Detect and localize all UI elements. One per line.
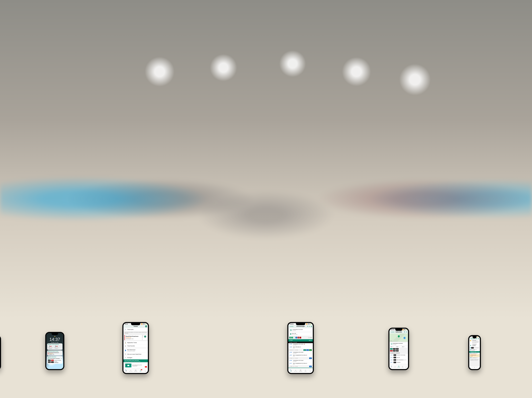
departure-row[interactable]: 12:2013Sülzgürtel›: [389, 361, 408, 364]
star-icon[interactable]: ☆: [478, 338, 479, 339]
user-name: Max Mustermann: [127, 349, 135, 350]
mode-stop-icon[interactable]: H: [293, 337, 295, 339]
tab-suche[interactable]: 🔍Suche: [288, 368, 293, 373]
fav-ticket-icon[interactable]: 1★: [54, 345, 59, 348]
tab-mehr[interactable]: ⋯Mehr: [404, 364, 408, 369]
widget-title: MEINE ABFAHRTEN: [48, 357, 62, 357]
chevron-right-icon: ›: [311, 363, 312, 364]
line-badge[interactable]: 124: [393, 350, 396, 352]
row-abgelaufene[interactable]: ⌛ Abgelaufene Tickets ›: [123, 341, 148, 344]
trip-row[interactable]: 12:25Bonn Hbf (Gleis 4)›Bonn: [288, 346, 313, 349]
warning-box[interactable]: 📣 Wichtige InformationKeine aktuelle Pro…: [470, 354, 479, 357]
row-ticket-kaufen[interactable]: 🛒 Ticket kaufen ›: [123, 328, 148, 331]
tab-suche[interactable]: 🔍Suche: [123, 368, 128, 373]
back-button[interactable]: ‹ zurück: [390, 331, 394, 333]
tab-mehr[interactable]: ⋯Mehr: [143, 368, 148, 373]
now-button[interactable]: ◉ jetzt: [309, 340, 312, 341]
hint-text: Ticket nach links schieben, um es erneut…: [123, 331, 148, 334]
tab-suche[interactable]: 🔍Suche: [389, 364, 393, 369]
tab-haltestellen[interactable]: ⒽHaltestellen: [298, 368, 303, 373]
star-icon[interactable]: ☆: [309, 326, 310, 327]
tab-mehr[interactable]: ⋯: [478, 366, 480, 369]
search-icon: 🔍: [125, 369, 127, 371]
tab-tickets[interactable]: ◇Tickets: [303, 368, 308, 373]
tab-suche[interactable]: 🔍: [469, 366, 471, 369]
stop-icon: Ⓗ: [135, 369, 136, 371]
trip-meta: ⏱ 1:08 h ⇄ 0 🚶 0 min■: [288, 365, 313, 368]
from-field[interactable]: ▶ Amsterdamer Str./GürtelKöln-Riehl ›: [289, 328, 312, 332]
via-button[interactable]: Via: [402, 346, 407, 348]
trip-row[interactable]: 11:39Amsterdamer Str./Gürtel📣›Köln-Riehl: [288, 343, 313, 346]
tab-tickets[interactable]: ◇1Tickets: [138, 368, 143, 373]
trip-from: ◉ Amsterdamer Str./GürtelKöln-Riehl: [469, 344, 480, 347]
ticket-icon: 🎫: [470, 340, 471, 342]
mode-ubahn-icon[interactable]: U: [390, 348, 393, 350]
row-favoriten[interactable]: ★ Ticket-Favoriten ›: [123, 344, 148, 348]
status-icons: 📶LTE🔋: [141, 323, 146, 325]
tab-jetzt[interactable]: ⌖Jetzt & Hier: [293, 368, 298, 373]
earlier-button[interactable]: ▴ früher: [289, 340, 293, 341]
trip-interchange: 11:58 Köln / Hbf (U) Köln-Innenstadt: [469, 349, 480, 351]
line-badge[interactable]: 140: [396, 350, 399, 352]
stop-icon: [48, 358, 50, 359]
tab-tickets[interactable]: ◇Tickets: [401, 364, 404, 369]
tab-haltestellen[interactable]: Ⓗ: [474, 366, 476, 369]
trip-segment[interactable]: 11:56 16 Niehl Sebastianstr.: [469, 347, 480, 349]
row-info[interactable]: ⓘ Infos zum neuen HandyTicket ›: [123, 353, 148, 356]
date-bar: Montag, 17.02.2020: [288, 342, 313, 343]
youtube-icon[interactable]: [145, 366, 147, 367]
tab-haltestellen[interactable]: ⒽHaltestellen: [397, 364, 401, 369]
refresh-icon[interactable]: ↻: [307, 326, 308, 327]
departure-row[interactable]: 12:2013Niehl Sebastianstr. (18:19)›: [389, 359, 408, 361]
ziel-button[interactable]: Ziel: [396, 346, 402, 348]
fav-ticket-icon[interactable]: 1★: [48, 345, 53, 348]
refresh-icon[interactable]: ↻: [61, 358, 62, 359]
refresh-icon[interactable]: ↻: [476, 338, 477, 339]
mode-tram-icon[interactable]: 🚋: [289, 337, 291, 338]
trip-row[interactable]: 12:09Amsterdamer Str./Gürtel›Köln-Riehl: [288, 360, 313, 362]
tab-haltestellen[interactable]: ⒽHaltestellen: [133, 368, 138, 373]
row-ticket-kaufen[interactable]: 🎫 Ticket kaufenPreisstufe 5 (VRS-Tarif, …: [469, 340, 480, 344]
widget-ticket-favoriten[interactable]: MEINE TICKET-FAVORITEN 1★ Einzel_ohneK P…: [47, 343, 63, 350]
phone-details: 12:18📶 🔋 ‹ zurück Details ↻☆ 🎫 Ticket ka…: [468, 335, 481, 370]
refresh-icon[interactable]: ↻: [404, 331, 405, 333]
mode-bus-icon[interactable]: 🚌: [390, 350, 393, 352]
widget-abfahrten[interactable]: MEINE ABFAHRTEN Amsterdamer Str./Gürtel …: [47, 356, 63, 364]
trip-row[interactable]: 13:17Bonn Hauptbahnhof (U) (Gleis 2)›Bon…: [288, 362, 313, 365]
line-badge: 16: [471, 347, 474, 348]
mode-filter[interactable]: 🚋 S H U 🚌 📞 🚶 normal: [288, 336, 313, 339]
to-field[interactable]: H Bonn HbfBonn-Innenstadt ›: [289, 332, 312, 336]
map[interactable]: Karten: [389, 334, 408, 342]
ticket-icon[interactable]: ▮: [311, 326, 312, 327]
departure-row[interactable]: 12:1813Holweide Vischeringstr.›: [389, 354, 408, 356]
mode-ubahn-icon[interactable]: U: [296, 337, 297, 338]
tab-jetzt[interactable]: ⌖: [471, 366, 474, 369]
mode-bus-icon[interactable]: 🚌: [298, 337, 299, 338]
departure-row[interactable]: 12:1916Sürth Bf›: [389, 356, 408, 359]
row-user[interactable]: 👤 Max Mustermann Kundenkonto verwalten ›: [123, 348, 148, 353]
video-link[interactable]: Wie funktioniert das VRS-HandyTicket?: [125, 363, 147, 368]
back-button[interactable]: ‹ zurück: [289, 326, 293, 327]
widget-aktuelles-ticket[interactable]: MEIN AKTUELLES TICKET EinzelTicket Erwac…: [47, 350, 63, 355]
star-icon[interactable]: ☆: [406, 331, 407, 333]
trip-row[interactable]: 12:09Amsterdamer Str./Gürtel›Köln-Riehl: [288, 351, 313, 354]
trip-meta: ⏱ 46 min ⇄ 1 🚶 0 min■■■: [288, 349, 313, 351]
tab-tickets[interactable]: ◇: [476, 366, 478, 369]
ticket-card[interactable]: EinzelTicket Erwachsene Preisstufe 2b St…: [125, 335, 147, 340]
tab-jetzt[interactable]: ⌖Jetzt & Hier: [393, 364, 397, 369]
tab-jetzt[interactable]: ⌖Jetzt & Hier: [128, 368, 133, 373]
walk-speed[interactable]: 🚶 normal: [308, 337, 312, 338]
footpath: 🚶 Fußweg (ca. 2 min): [469, 351, 480, 353]
line-badge[interactable]: 13: [393, 348, 396, 350]
tab-mehr[interactable]: ⋯Mehr: [308, 368, 313, 373]
map-attribution: Karten: [390, 341, 392, 341]
mode-callbus-icon[interactable]: 📞: [299, 337, 301, 338]
mode-sbahn-icon[interactable]: S: [291, 337, 293, 338]
stop-field[interactable]: Amsterdamer Str./GürtelKöln-Riehl: [390, 342, 407, 345]
row-logout[interactable]: ↪ Ausloggen: [123, 356, 148, 359]
line-badge[interactable]: 16: [396, 348, 399, 350]
clock-date: Montag, 23. März: [46, 342, 63, 343]
start-button[interactable]: Start: [390, 346, 396, 348]
disclaimer: Alle Angaben ohne Gewähr. Daten bereitge…: [469, 359, 480, 361]
trip-row[interactable]: 12:57Bonn Hauptbahnhof (U) (Gleis 2)›Bon…: [288, 354, 313, 357]
